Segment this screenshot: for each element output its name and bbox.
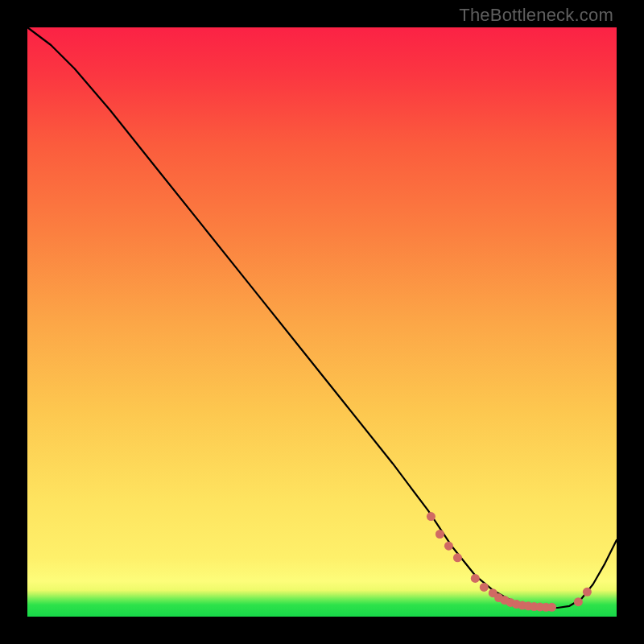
trough-dot [436, 530, 444, 539]
trough-dot [547, 603, 556, 612]
trough-dots-group [427, 512, 592, 612]
trough-dot [427, 512, 436, 521]
trough-dot [471, 574, 480, 583]
trough-dot [583, 588, 592, 597]
bottleneck-curve [27, 27, 617, 608]
chart-frame: TheBottleneck.com [0, 0, 644, 644]
trough-dot [480, 583, 489, 592]
curve-svg [27, 27, 617, 617]
trough-dot [453, 553, 462, 562]
plot-area [27, 27, 617, 617]
watermark-text: TheBottleneck.com [459, 5, 613, 26]
trough-dot [574, 597, 583, 606]
trough-dot [444, 542, 453, 551]
